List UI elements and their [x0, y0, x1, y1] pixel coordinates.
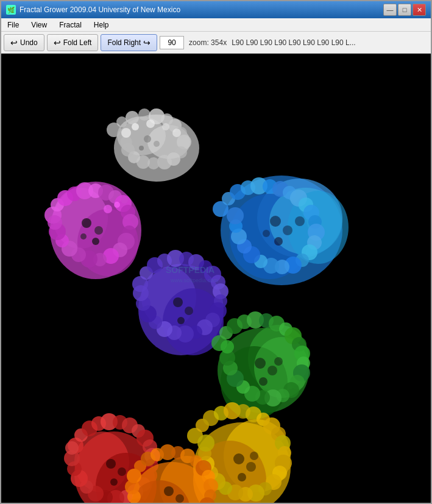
svg-point-49: [82, 218, 91, 228]
svg-point-249: [172, 129, 181, 137]
menu-fractal[interactable]: Fractal: [53, 18, 88, 31]
title-bar: 🌿 Fractal Grower 2009.04 University of N…: [1, 1, 431, 18]
fractal-canvas-area[interactable]: SOFTPEDIA www.softpedia.com: [1, 54, 431, 503]
svg-point-238: [175, 494, 184, 503]
svg-point-86: [263, 230, 270, 237]
menu-file[interactable]: File: [1, 18, 25, 31]
svg-point-244: [121, 196, 128, 204]
toolbar: ↩ Undo ↩ Fold Left Fold Right ↪ zoom: 35…: [1, 32, 431, 54]
svg-point-144: [221, 340, 234, 353]
app-icon: 🌿: [6, 5, 16, 15]
svg-point-85: [274, 237, 283, 246]
svg-point-115: [185, 307, 193, 315]
svg-point-243: [114, 202, 120, 208]
svg-point-207: [65, 441, 79, 455]
svg-point-208: [106, 459, 116, 469]
svg-point-176: [197, 435, 214, 452]
svg-point-236: [125, 480, 140, 494]
zoom-label: zoom: 354x: [186, 38, 229, 47]
svg-point-246: [132, 123, 139, 130]
svg-point-237: [164, 486, 174, 496]
svg-point-6: [126, 111, 139, 124]
svg-point-116: [177, 317, 185, 324]
fold-left-button[interactable]: ↩ Fold Left: [47, 34, 99, 51]
svg-point-180: [250, 452, 258, 460]
svg-point-245: [121, 128, 131, 138]
svg-point-179: [238, 473, 246, 481]
menu-help[interactable]: Help: [88, 18, 115, 31]
fold-right-button[interactable]: Fold Right ↪: [101, 34, 157, 51]
close-button[interactable]: ✕: [413, 4, 426, 16]
fold-left-label: Fold Left: [63, 38, 92, 47]
svg-point-22: [154, 141, 160, 147]
sequence-label: L90 L90 L90 L90 L90 L90 L90 L90 L...: [232, 38, 356, 47]
svg-point-23: [139, 146, 144, 151]
svg-point-48: [48, 215, 62, 230]
undo-label: Undo: [20, 38, 38, 47]
svg-point-7: [138, 108, 150, 121]
svg-point-147: [259, 377, 267, 386]
window-controls: — □ ✕: [383, 4, 426, 16]
svg-point-51: [92, 238, 99, 245]
svg-point-114: [173, 297, 183, 307]
svg-point-145: [255, 358, 266, 369]
svg-text:SOFTPEDIA: SOFTPEDIA: [166, 265, 214, 275]
svg-point-83: [270, 216, 281, 227]
fractal-svg: SOFTPEDIA www.softpedia.com: [1, 54, 431, 503]
svg-point-148: [274, 357, 283, 366]
svg-point-209: [118, 467, 126, 476]
window-title: Fractal Grower 2009.04 University of New…: [19, 5, 180, 14]
undo-icon: ↩: [10, 38, 18, 48]
svg-point-50: [94, 226, 103, 235]
fold-right-label: Fold Right: [107, 38, 141, 47]
svg-point-87: [295, 216, 305, 226]
svg-point-178: [246, 462, 256, 472]
svg-point-84: [283, 225, 292, 235]
svg-point-177: [233, 453, 244, 464]
title-bar-left: 🌿 Fractal Grower 2009.04 University of N…: [6, 5, 180, 15]
minimize-button[interactable]: —: [383, 4, 397, 16]
menu-bar: File View Fractal Help: [1, 18, 431, 32]
svg-text:www.softpedia.com: www.softpedia.com: [170, 277, 218, 283]
angle-input[interactable]: [160, 36, 184, 49]
svg-point-146: [267, 366, 277, 375]
svg-point-242: [104, 205, 112, 213]
main-window: 🌿 Fractal Grower 2009.04 University of N…: [0, 0, 432, 504]
maximize-button[interactable]: □: [398, 4, 411, 16]
svg-point-248: [162, 123, 169, 130]
svg-point-21: [144, 135, 151, 143]
fold-right-icon: ↪: [143, 38, 150, 48]
menu-view[interactable]: View: [25, 18, 53, 31]
svg-point-210: [110, 478, 118, 486]
svg-point-247: [146, 119, 155, 128]
svg-point-82: [227, 207, 244, 224]
fold-left-icon: ↩: [54, 38, 61, 48]
undo-button[interactable]: ↩ Undo: [4, 34, 44, 51]
svg-point-113: [133, 285, 149, 301]
svg-point-52: [80, 233, 87, 240]
